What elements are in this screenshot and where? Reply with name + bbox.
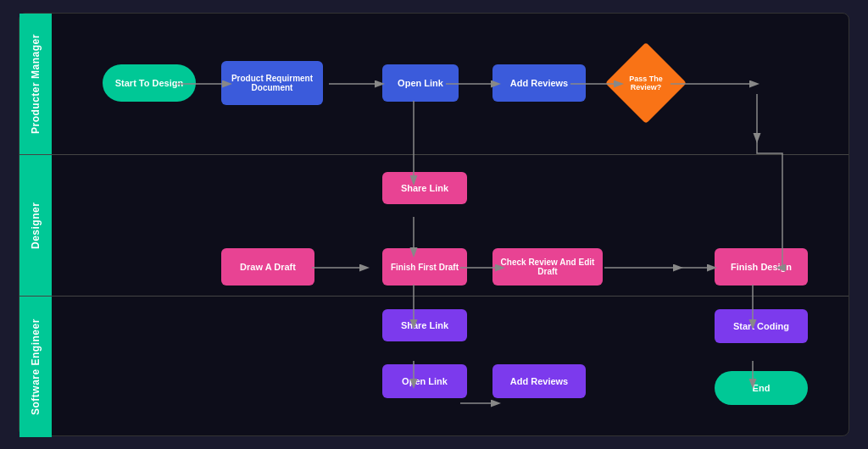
- lane-software-content: Share Link Open Link Add Reviews Start C…: [52, 297, 849, 437]
- node-finish-first: Finish First Draft: [382, 248, 467, 285]
- node-end: End: [715, 371, 808, 405]
- node-share-link-2: Share Link: [382, 309, 467, 341]
- node-share-link-1: Share Link: [382, 172, 467, 204]
- lane-producer-content: Start To Design Product Requirment Docum…: [52, 14, 849, 154]
- lane-software-label: Software Engineer: [19, 297, 52, 437]
- node-start: Start To Design: [103, 64, 196, 102]
- node-start-coding: Start Coding: [715, 309, 808, 343]
- lane-producer-label: Producter Manager: [19, 14, 52, 154]
- node-check-review: Check Review And Edit Draft: [492, 248, 603, 285]
- node-prd: Product Requirment Document: [221, 61, 323, 105]
- lane-designer: Designer Share Link Draw A Draft Finish …: [19, 155, 849, 297]
- lane-software: Software Engineer Share Link Open Link A…: [19, 297, 849, 437]
- node-open-link-2: Open Link: [382, 364, 467, 398]
- node-finish-design: Finish Design: [715, 248, 808, 285]
- node-open-link-1: Open Link: [382, 64, 459, 102]
- node-draw-draft: Draw A Draft: [221, 248, 314, 285]
- node-pass-review: Pass The Review?: [605, 42, 687, 124]
- lane-producer: Producter Manager Start To Design Produc…: [19, 14, 849, 155]
- node-add-reviews-2: Add Reviews: [492, 364, 586, 398]
- node-add-reviews-1: Add Reviews: [492, 64, 586, 102]
- lane-designer-label: Designer: [19, 155, 52, 296]
- diagram-container: Producter Manager Start To Design Produc…: [19, 13, 849, 436]
- lane-designer-content: Share Link Draw A Draft Finish First Dra…: [52, 155, 849, 296]
